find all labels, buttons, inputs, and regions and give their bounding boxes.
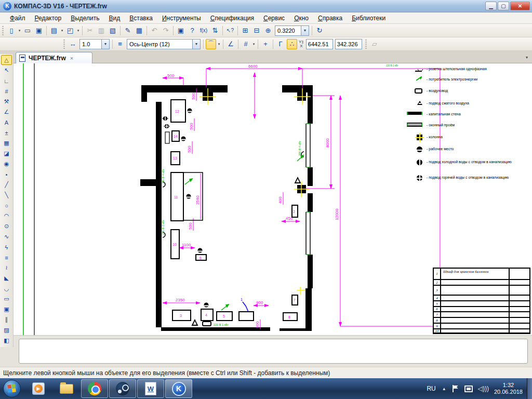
panel-constraints-icon[interactable]: ∠ [1, 107, 12, 117]
chevron-down-icon[interactable]: ▾ [60, 25, 64, 36]
start-button[interactable] [3, 380, 21, 397]
hatch-icon[interactable]: ▨ [1, 325, 12, 335]
maximize-button[interactable]: ▢ [498, 2, 509, 10]
close-button[interactable]: ✕ [510, 2, 530, 10]
chevron-down-icon[interactable]: ▾ [251, 39, 256, 49]
continuous-icon[interactable]: ∿ [1, 232, 12, 242]
menu-item-5[interactable]: Инструменты [157, 14, 206, 23]
taskbar-app-word[interactable] [137, 379, 164, 398]
menu-item-9[interactable]: Справка [313, 14, 347, 23]
step-combo[interactable]: 1.0 ▼ [79, 39, 110, 49]
menu-item-6[interactable]: Спецификация [206, 14, 259, 23]
scale-combo[interactable]: 0.3220 ▼ [275, 25, 309, 36]
clock[interactable]: 1:32 20.06.2018 [494, 382, 523, 395]
fillet-icon[interactable]: ◡ [1, 284, 12, 294]
doc-grid-icon[interactable]: ▦ [134, 25, 144, 36]
coordinate-y-field[interactable]: 342.326 [335, 39, 362, 49]
panel-macro-icon[interactable]: ◉ [1, 159, 12, 169]
grid-icon[interactable]: # [241, 39, 251, 49]
chevron-down-icon[interactable]: ▼ [301, 26, 309, 35]
panel-table-icon[interactable]: ▦ [1, 138, 12, 148]
menu-item-8[interactable]: Окно [289, 14, 313, 23]
chevron-down-icon[interactable]: ▾ [217, 39, 221, 49]
taskbar-app-chrome[interactable] [81, 379, 108, 398]
toolbar-grip[interactable] [1, 26, 5, 35]
menu-item-10[interactable]: Библиотеки [347, 14, 390, 23]
new-icon[interactable]: ▯ [6, 25, 17, 36]
ortho-icon[interactable]: Γ [275, 39, 286, 49]
multiline-icon[interactable]: ≡ [1, 252, 12, 262]
point-snap-icon[interactable]: ∴ [287, 39, 297, 49]
fx-icon[interactable]: f(x) [198, 25, 209, 36]
panel-snap-icon[interactable]: ↖ [1, 65, 12, 75]
show-doc-icon[interactable]: ▣ [176, 25, 186, 36]
toolbar-grip[interactable] [364, 39, 368, 49]
what-is-icon[interactable]: ↖? [225, 25, 235, 36]
drawing-canvas[interactable]: 6600 500 500 500 500 500 2560 1100 2350 … [14, 63, 532, 335]
ellipse-icon[interactable]: ⊙ [1, 221, 12, 231]
tab-list-arrow-icon[interactable]: ▾ [526, 55, 528, 60]
panel-plusminus-icon[interactable]: ± [1, 128, 12, 138]
save-icon[interactable]: ▣ [34, 25, 44, 36]
tab-close-icon[interactable]: × [70, 55, 73, 61]
network-icon[interactable] [464, 385, 473, 392]
chevron-down-icon[interactable]: ▼ [101, 39, 109, 49]
layers-icon[interactable]: ≡ [115, 39, 125, 49]
redo-icon[interactable]: ↷ [161, 25, 171, 36]
curve-icon[interactable]: ϟ [1, 242, 12, 252]
taskbar-app-explorer[interactable] [53, 379, 80, 398]
undo-icon[interactable]: ↶ [149, 25, 159, 36]
panel-select-icon[interactable]: △ [1, 55, 12, 65]
taskbar-app-kompas[interactable]: K [165, 379, 192, 398]
hidden-icons-chevron[interactable]: ▲ [442, 387, 446, 391]
snap-magnet-icon[interactable]: ⌒ [206, 39, 216, 49]
volume-icon[interactable]: ◁))) [478, 385, 489, 392]
menu-item-4[interactable]: Вставка [125, 14, 157, 23]
panel-measure-icon[interactable]: A [1, 117, 12, 127]
coordinate-x-field[interactable]: 6442.51 [306, 39, 333, 49]
local-cs-icon[interactable]: + [260, 39, 271, 49]
renumber-icon[interactable]: ⇅ [210, 25, 220, 36]
cut-icon[interactable]: ✂ [85, 25, 95, 36]
taskbar-app-media-player[interactable]: ▶ [25, 379, 52, 398]
segment-icon[interactable]: ╲ [1, 190, 12, 200]
preview-icon[interactable]: ◰ [65, 25, 75, 36]
paste-icon[interactable]: ▧ [108, 25, 118, 36]
minimize-button[interactable]: ▁ [485, 2, 497, 10]
angle-snap-icon[interactable]: ∠ [225, 39, 236, 49]
rectangle-icon[interactable]: ▭ [1, 294, 12, 304]
equidistant-icon[interactable]: ∥ [1, 315, 12, 325]
menu-item-7[interactable]: Сервис [259, 14, 289, 23]
panel-edit-icon[interactable]: ⚒ [1, 97, 12, 107]
copy-icon[interactable]: ▥ [96, 25, 107, 36]
point-icon[interactable]: • [1, 169, 12, 179]
fill-icon[interactable]: ◧ [1, 336, 12, 345]
copy-props-icon[interactable]: ▱ [369, 39, 380, 49]
open-icon[interactable]: ▭ [22, 25, 33, 36]
panel-grid-icon[interactable]: # [1, 86, 12, 96]
spline-icon[interactable]: ≀ [1, 263, 12, 273]
menu-item-1[interactable]: Редактор [30, 14, 66, 23]
chevron-down-icon[interactable]: ▼ [192, 39, 200, 49]
step-icon[interactable]: ↔ [68, 39, 78, 49]
chamfer-icon[interactable]: ◣ [1, 273, 12, 283]
circle-icon[interactable]: ○ [1, 201, 12, 210]
zoom-area-icon[interactable]: ⊞ [240, 25, 250, 36]
chevron-down-icon[interactable]: ▾ [76, 25, 81, 36]
taskbar-app-steam[interactable] [109, 379, 136, 398]
zoom-in-icon[interactable]: ⊕ [263, 25, 273, 36]
toolbar-grip[interactable] [62, 39, 66, 49]
layer-combo[interactable]: Ось-Центр (12) ▼ [127, 39, 201, 49]
menu-item-3[interactable]: Вид [104, 14, 125, 23]
menu-item-0[interactable]: Файл [5, 14, 30, 23]
panel-dims-icon[interactable]: ∟ [1, 76, 12, 86]
action-center-flag-icon[interactable] [453, 385, 459, 392]
zoom-select-icon[interactable]: ⊟ [251, 25, 262, 36]
print-icon[interactable]: ▤ [49, 25, 59, 36]
copy-format-icon[interactable]: ✎ [123, 25, 133, 36]
show-desktop-button[interactable] [527, 378, 532, 399]
language-indicator[interactable]: RU [427, 385, 435, 392]
tab-chertezh[interactable]: ЧЕРТЕЖ.frw × [16, 52, 92, 63]
property-input-area[interactable] [19, 339, 528, 364]
refresh-icon[interactable]: ↻ [314, 25, 325, 36]
